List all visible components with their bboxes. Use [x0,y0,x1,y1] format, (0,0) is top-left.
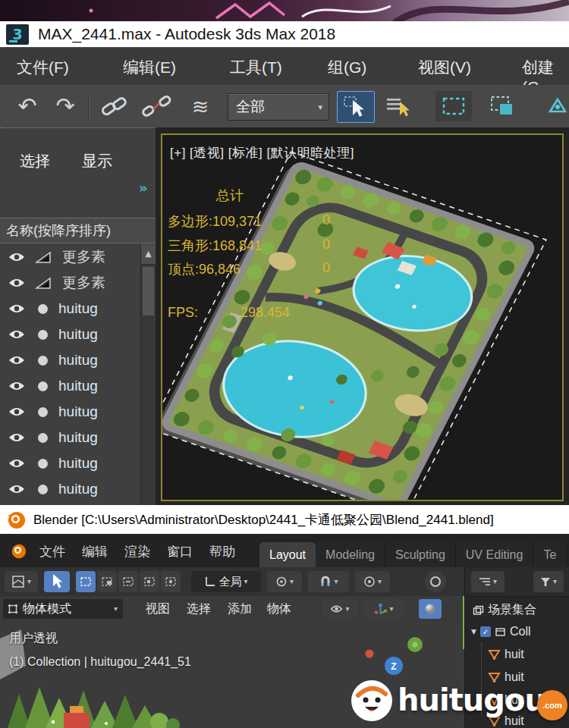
outliner-type-button[interactable]: ▾ [471,571,505,592]
tab-texture-paint[interactable]: Te [533,542,567,567]
list-item[interactable]: huitug [0,425,140,450]
visibility-eye-icon[interactable] [8,251,26,263]
object-visibility-dropdown[interactable]: ▾ [322,599,358,619]
select-subtract-icon [123,577,134,586]
chevron-down-icon: ▾ [318,103,322,111]
visibility-eye-icon[interactable] [8,406,26,418]
vp-menu-object[interactable]: 物体 [267,601,291,617]
tab-layout[interactable]: Layout [259,542,316,567]
scrollbar-up-arrow[interactable]: ▲ [141,244,156,265]
redo-button[interactable]: ↷ [47,91,83,121]
object-name: 更多素 [62,273,105,293]
max-window-title: MAX_2441.max - Autodesk 3ds Max 2018 [38,25,335,43]
vp-menu-select[interactable]: 选择 [187,601,211,617]
sort-header[interactable]: 名称(按降序排序) [0,218,156,243]
bl-menu-edit[interactable]: 编辑 [82,543,108,560]
max-scene-explorer-panel: 选择 显示 » 名称(按降序排序) 更多素 更多素 huitug huitug [0,127,156,506]
bl-menu-render[interactable]: 渲染 [124,543,150,560]
pivot-point-dropdown[interactable]: ▾ [267,571,302,592]
scene-collection-label: 场景集合 [488,602,536,618]
select-and-link-button[interactable] [96,91,132,121]
tab-modeling[interactable]: Modeling [316,542,385,567]
list-item[interactable]: huitug [0,450,140,476]
list-item[interactable]: huitug [0,476,140,502]
toolbar-separator [88,93,90,119]
area-border-highlight[interactable] [463,596,464,649]
link-icon [99,93,129,119]
proportional-editing-dropdown[interactable]: ▾ [355,571,390,592]
geometry-type-icon [38,459,48,469]
bl-menu-window[interactable]: 窗口 [167,543,193,560]
list-item[interactable]: huitug [0,296,140,322]
collection-checkbox[interactable]: ✓ [480,626,491,637]
interaction-mode-dropdown[interactable]: 物体模式 ▾ [3,599,123,619]
options-circle-button[interactable] [425,571,446,592]
transform-orientation-dropdown[interactable]: 全局 ▾ [191,571,261,592]
select-object-button[interactable] [337,91,375,123]
gizmo-z-label[interactable]: Z [391,661,396,672]
max-menu-views[interactable]: 视图(V) [418,57,471,78]
select-mode-intersect-button[interactable] [161,571,181,592]
visibility-eye-icon[interactable] [8,303,26,315]
viewport-header-label[interactable]: [+] [透视] [标准] [默认明暗处理] [170,144,354,162]
vp-menu-view[interactable]: 视图 [146,601,170,617]
list-scrollbar[interactable]: ▲ [140,244,156,506]
max-viewport[interactable]: [+] [透视] [标准] [默认明暗处理] 总计 多边形:109,3710 三… [156,127,569,505]
collection-row[interactable]: ▼ ✓ Coll [471,625,530,639]
list-item[interactable]: huitug [0,347,140,373]
bl-menu-file[interactable]: 文件 [39,543,65,560]
window-crossing-icon [489,95,515,118]
active-tool-select-box-button[interactable] [44,571,70,592]
list-item[interactable]: 更多素 [0,244,140,270]
rectangular-selection-region-button[interactable] [435,91,472,121]
shading-solid-button[interactable] [419,599,442,619]
panel-expand-chevrons[interactable]: » [139,181,148,195]
list-item[interactable]: huitug [0,322,140,347]
view-perspective-label: 用户透视 [9,631,58,647]
unlink-button[interactable] [138,91,174,121]
max-menu-group[interactable]: 组(G) [328,57,366,78]
list-item[interactable]: 更多素 [0,270,140,296]
max-menu-file[interactable]: 文件(F) [17,57,69,78]
tab-select[interactable]: 选择 [20,151,50,171]
viewport-editor-icon [11,575,25,588]
select-mode-new-button[interactable] [76,571,96,592]
visibility-eye-icon[interactable] [8,457,26,469]
visibility-eye-icon[interactable] [8,483,26,495]
bl-menu-help[interactable]: 帮助 [209,543,235,560]
snap-toggle-button[interactable] [540,91,569,121]
gizmos-dropdown[interactable]: ▾ [364,599,404,619]
outliner-filter-button[interactable]: ▾ [533,571,564,592]
list-item[interactable]: huitug [0,373,140,399]
selection-filter-dropdown[interactable]: 全部 ▾ [228,93,329,121]
bind-to-space-warp-button[interactable]: ≋ [182,91,218,121]
tab-uv-editing[interactable]: UV Editing [456,542,534,567]
select-mode-invert-button[interactable] [140,571,159,592]
object-name: huitug [58,455,98,472]
blender-logo-icon[interactable] [9,541,27,560]
select-mode-extend-button[interactable] [97,571,117,592]
tab-display[interactable]: 显示 [82,151,112,171]
mesh-object-icon [488,648,501,661]
undo-button[interactable]: ↶ [9,91,46,121]
scrollbar-thumb[interactable] [143,267,154,315]
disclosure-triangle-icon[interactable]: ▼ [471,628,476,635]
max-menu-edit[interactable]: 编辑(E) [123,57,176,78]
tab-sculpting[interactable]: Sculpting [385,542,456,567]
snap-dropdown[interactable]: ▾ [308,571,349,592]
visibility-eye-icon[interactable] [8,277,26,289]
vp-menu-add[interactable]: 添加 [228,601,252,617]
window-crossing-toggle-button[interactable] [484,91,520,121]
select-by-name-button[interactable] [379,91,416,121]
visibility-eye-icon[interactable] [8,431,26,444]
max-menu-tools[interactable]: 工具(T) [230,57,282,78]
visibility-eye-icon[interactable] [8,354,26,366]
select-mode-subtract-button[interactable] [118,571,138,592]
outliner-object-row[interactable]: huit [488,648,524,661]
visibility-eye-icon[interactable] [8,328,26,340]
scene-collection-row[interactable]: 场景集合 [473,602,536,618]
redo-icon: ↷ [55,95,74,118]
visibility-eye-icon[interactable] [8,380,26,392]
list-item[interactable]: huitug [0,399,140,425]
editor-type-button[interactable]: ▾ [5,571,38,592]
